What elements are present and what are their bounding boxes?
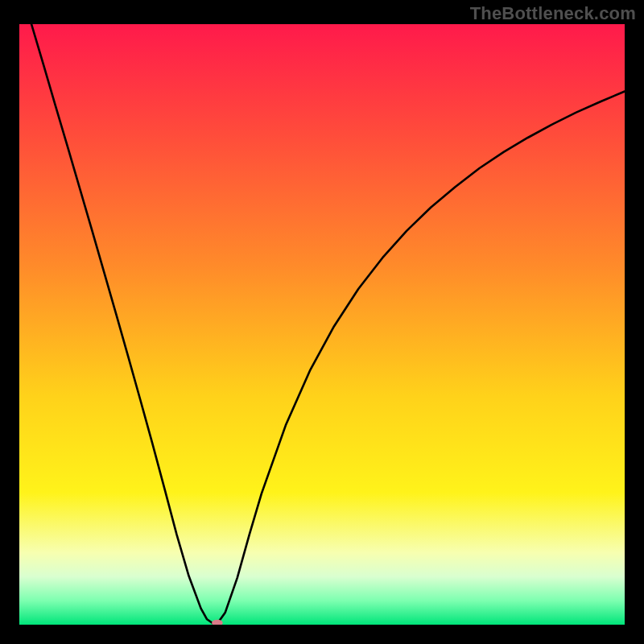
gradient-background xyxy=(19,24,625,625)
attribution-text: TheBottleneck.com xyxy=(470,3,636,24)
bottleneck-chart xyxy=(19,24,625,625)
chart-svg xyxy=(19,24,625,625)
chart-frame: TheBottleneck.com xyxy=(0,0,644,644)
